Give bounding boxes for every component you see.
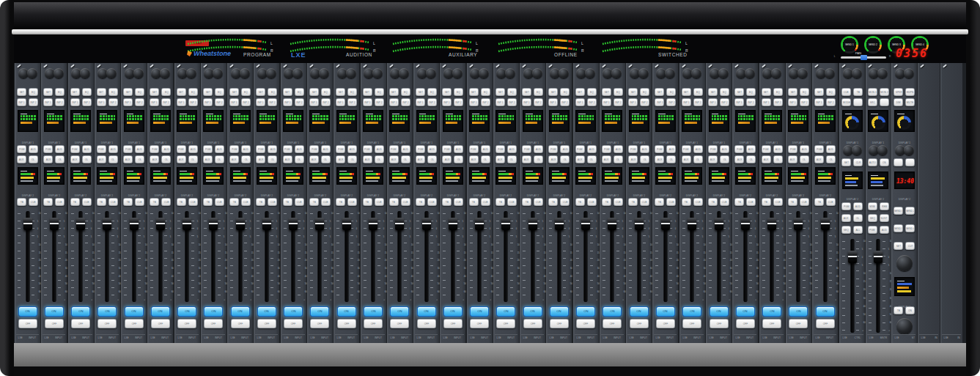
button-cut[interactable]: CUT — [905, 242, 915, 250]
button-inp-1[interactable]: INP 1 — [682, 98, 691, 106]
button-ol[interactable]: OL — [693, 155, 703, 163]
button-send-2[interactable]: SEND 2 — [905, 207, 915, 215]
button-aux[interactable]: AUX — [256, 155, 265, 163]
button-eq[interactable]: EQ — [268, 88, 277, 96]
channel-on-button[interactable]: ON — [177, 306, 196, 317]
button-aud[interactable]: AUD — [826, 145, 836, 153]
button-inp-2[interactable]: INP 2 — [295, 98, 304, 106]
button-ol[interactable]: OL — [268, 155, 277, 163]
button-cue[interactable]: CUE — [161, 198, 171, 206]
encoder-knob[interactable] — [904, 145, 914, 155]
button-cue[interactable]: CUE — [135, 198, 144, 206]
button-inp-1[interactable]: INP 1 — [548, 98, 558, 106]
channel-on-button[interactable]: ON — [125, 306, 144, 317]
button-tb[interactable]: TB — [469, 198, 479, 206]
button-blank[interactable] — [905, 158, 915, 166]
button-eq[interactable]: EQ — [161, 88, 171, 96]
encoder-knob-pair[interactable] — [891, 318, 917, 334]
channel-off-button[interactable]: OFF — [470, 319, 489, 328]
button-aux[interactable]: AUX — [416, 155, 425, 163]
button-cue[interactable]: CUE — [534, 198, 543, 206]
button-aud[interactable]: AUD — [853, 202, 863, 210]
channel-on-button[interactable]: ON — [417, 306, 436, 317]
button-tb[interactable]: TB — [708, 198, 718, 206]
channel-fader[interactable]: 1050510152030405060∞ — [493, 211, 519, 302]
button-tb[interactable]: TB — [628, 198, 638, 206]
button-eq[interactable]: EQ — [826, 88, 836, 96]
encoder-knob-pair[interactable] — [839, 145, 865, 155]
button-eq[interactable]: EQ — [587, 88, 597, 96]
encoder-knob[interactable] — [771, 68, 781, 78]
button-pgm[interactable]: PGM — [628, 145, 638, 153]
encoder-knob[interactable] — [292, 68, 303, 78]
channel-fader[interactable]: 1050510152030405060∞ — [706, 211, 732, 302]
button-set[interactable]: SET — [177, 88, 186, 96]
button-aud[interactable]: AUD — [640, 145, 649, 153]
channel-fader[interactable]: 1050510152030405060∞ — [15, 211, 40, 302]
encoder-knob[interactable] — [319, 68, 329, 78]
channel-fader[interactable]: 1050510152030405060∞ — [201, 211, 226, 302]
encoder-knob-pair[interactable] — [361, 68, 386, 78]
button-aux[interactable]: AUX — [814, 155, 824, 163]
encoder-knob-pair[interactable] — [891, 255, 917, 271]
button-set[interactable]: SET — [363, 88, 372, 96]
button-ol[interactable]: OL — [507, 155, 517, 163]
channel-off-button[interactable]: OFF — [736, 319, 755, 328]
button-eq[interactable]: EQ — [375, 88, 384, 96]
channel-on-button[interactable]: ON — [284, 306, 303, 317]
channel-off-button[interactable]: OFF — [390, 319, 409, 328]
encoder-knob-pair[interactable] — [281, 68, 306, 78]
button-aud[interactable]: AUD — [481, 145, 490, 153]
encoder-knob[interactable] — [877, 145, 888, 155]
button-tb[interactable]: TB — [575, 198, 585, 206]
channel-off-button[interactable]: OFF — [177, 319, 196, 328]
channel-fader[interactable]: 1050510152030405060∞ — [68, 211, 94, 302]
button-tb[interactable]: TB — [17, 198, 26, 206]
channel-on-button[interactable]: ON — [630, 306, 649, 317]
channel-on-button[interactable]: ON — [496, 306, 515, 317]
button-mon-1[interactable]: MON 1 — [868, 88, 877, 96]
channel-fader[interactable]: 1050510152030405060∞ — [413, 211, 439, 302]
button-ol[interactable]: OL — [614, 155, 623, 163]
encoder-knob-pair[interactable] — [387, 68, 413, 78]
channel-on-button[interactable]: ON — [364, 306, 383, 317]
fader-handle[interactable] — [581, 218, 590, 230]
button-inp-1[interactable]: INP 1 — [469, 98, 479, 106]
button-cue[interactable]: CUE — [375, 198, 384, 206]
button-eq[interactable]: EQ — [427, 88, 437, 96]
channel-off-button[interactable]: OFF — [284, 319, 303, 328]
button-all[interactable]: ALL — [853, 226, 863, 234]
encoder-knob-pair[interactable] — [147, 68, 173, 78]
channel-fader[interactable]: 1050510152030405060∞ — [759, 211, 785, 302]
button-tb[interactable]: TB — [762, 198, 771, 206]
button-inp-1[interactable]: INP 1 — [123, 98, 133, 106]
button-aux[interactable]: AUX — [602, 155, 611, 163]
encoder-knob[interactable] — [904, 68, 914, 78]
button-aud[interactable]: AUD — [746, 145, 756, 153]
channel-off-button[interactable]: OFF — [816, 319, 835, 328]
button-inp-1[interactable]: INP 1 — [43, 98, 53, 106]
button-pgm[interactable]: PGM — [229, 145, 239, 153]
encoder-knob[interactable] — [346, 68, 356, 78]
channel-on-button[interactable]: ON — [337, 306, 356, 317]
button-os[interactable]: OS — [880, 158, 889, 166]
encoder-knob-pair[interactable] — [307, 68, 333, 78]
button-pgm[interactable]: PGM — [575, 145, 585, 153]
button-cue[interactable]: CUE — [773, 198, 783, 206]
encoder-knob-pair[interactable] — [413, 68, 439, 78]
button-inp-1[interactable]: INP 1 — [495, 98, 505, 106]
button-aud[interactable]: AUD — [161, 145, 171, 153]
button-blank[interactable] — [894, 158, 903, 166]
encoder-knob-pair[interactable] — [891, 68, 917, 78]
button-tb[interactable]: TB — [123, 198, 133, 206]
button-inp-1[interactable]: INP 1 — [150, 98, 159, 106]
channel-fader[interactable]: 1050510152030405060∞ — [626, 211, 652, 302]
button-aud[interactable]: AUD — [188, 145, 198, 153]
encoder-knob-pair[interactable] — [201, 68, 226, 78]
button-eq[interactable]: EQ — [108, 88, 118, 96]
button-tb[interactable]: TB — [788, 198, 797, 206]
button-aux[interactable]: AUX — [522, 155, 531, 163]
button-set[interactable]: SET — [708, 88, 718, 96]
fader-handle[interactable] — [449, 218, 457, 230]
channel-on-button[interactable]: ON — [71, 306, 90, 317]
